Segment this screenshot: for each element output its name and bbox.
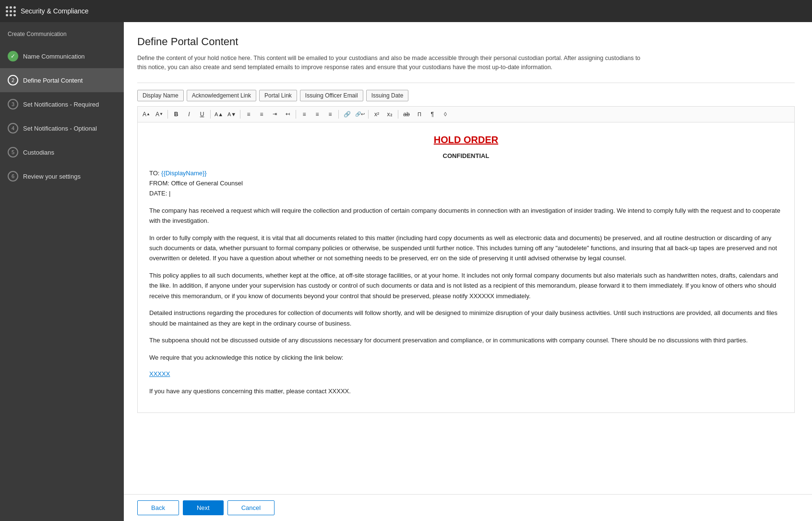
sidebar: Create Communication Name Communication … [0, 22, 124, 521]
display-name-tag: {{DisplayName}} [161, 170, 207, 177]
indent-increase-button[interactable]: ⇥ [269, 109, 280, 120]
step-icon-active: 2 [8, 75, 18, 85]
divider [137, 83, 795, 83]
main-layout: Create Communication Name Communication … [0, 22, 812, 521]
highlight-color-button[interactable]: A▼ [226, 109, 238, 120]
font-size-decrease-button[interactable]: A▼ [154, 109, 165, 120]
clear-format-button[interactable]: ◊ [440, 109, 451, 120]
sidebar-item-set-notifications-optional[interactable]: 4 Set Notifications - Optional [0, 116, 124, 140]
step-icon-4: 4 [8, 123, 18, 133]
insert-display-name-button[interactable]: Display Name [137, 90, 184, 101]
step-icon-5: 5 [8, 147, 18, 158]
sidebar-label-review-settings: Review your settings [23, 173, 81, 180]
back-button[interactable]: Back [137, 500, 179, 515]
to-line: TO: {{DisplayName}} [149, 169, 783, 179]
strikethrough-button[interactable]: ab [401, 109, 412, 120]
content-area: Define Portal Content Define the content… [124, 22, 812, 521]
sidebar-label-custodians: Custodians [23, 149, 54, 156]
date-line: DATE: | [149, 189, 783, 199]
toolbar-sep-6 [368, 110, 369, 119]
toolbar-sep-2 [210, 110, 211, 119]
page-title: Define Portal Content [137, 36, 795, 48]
subscript-button[interactable]: x₂ [384, 109, 395, 120]
insert-issuing-officer-email-button[interactable]: Issuing Officer Email [300, 90, 363, 101]
content-inner: Define Portal Content Define the content… [124, 22, 812, 494]
confidential-label: CONFIDENTIAL [149, 151, 783, 161]
editor-area[interactable]: HOLD ORDER CONFIDENTIAL TO: {{DisplayNam… [137, 122, 795, 413]
footer: Back Next Cancel [124, 494, 812, 521]
bold-button[interactable]: B [170, 109, 182, 120]
date-cursor[interactable]: | [169, 190, 170, 197]
underline-button[interactable]: U [196, 109, 208, 120]
editor-para-4: Detailed instructions regarding the proc… [149, 308, 783, 328]
font-size-increase-button[interactable]: A▲ [141, 109, 152, 120]
sidebar-label-set-notifications-required: Set Notifications - Required [23, 101, 99, 108]
step-icon-done [8, 51, 18, 61]
page-description: Define the content of your hold notice h… [137, 54, 641, 72]
remove-link-button[interactable]: 🔗↩ [354, 109, 366, 120]
step-icon-6: 6 [8, 171, 18, 182]
insert-issuing-date-button[interactable]: Issuing Date [366, 90, 409, 101]
insert-acknowledgement-link-button[interactable]: Acknowledgement Link [187, 90, 256, 101]
format-painter-button[interactable]: Π [414, 109, 425, 120]
hold-order-title: HOLD ORDER [149, 132, 783, 147]
editor-closing: If you have any questions concerning thi… [149, 386, 783, 396]
step-icon-3: 3 [8, 99, 18, 109]
insert-link-button[interactable]: 🔗 [341, 109, 353, 120]
paragraph-mark-button[interactable]: ¶ [427, 109, 438, 120]
acknowledgement-link[interactable]: XXXXX [149, 369, 783, 379]
insert-toolbar: Display Name Acknowledgement Link Portal… [137, 90, 795, 101]
numbering-button[interactable]: ≡ [256, 109, 267, 120]
grid-dots-icon[interactable] [6, 6, 16, 16]
toolbar-sep-7 [398, 110, 398, 119]
editor-meta: TO: {{DisplayName}} FROM: Office of Gene… [149, 169, 783, 198]
topbar: Security & Compliance [0, 0, 812, 22]
editor-para-2: In order to fully comply with the reques… [149, 233, 783, 264]
cancel-button[interactable]: Cancel [227, 500, 275, 515]
sidebar-item-define-portal-content[interactable]: 2 Define Portal Content [0, 68, 124, 92]
indent-decrease-button[interactable]: ↤ [282, 109, 293, 120]
italic-button[interactable]: I [183, 109, 195, 120]
align-left-button[interactable]: ≡ [299, 109, 310, 120]
sidebar-item-name-communication[interactable]: Name Communication [0, 44, 124, 68]
sidebar-label-set-notifications-optional: Set Notifications - Optional [23, 125, 97, 132]
app-title: Security & Compliance [21, 7, 89, 15]
sidebar-item-set-notifications-required[interactable]: 3 Set Notifications - Required [0, 92, 124, 116]
sidebar-label-define-portal-content: Define Portal Content [23, 77, 83, 84]
toolbar-sep-1 [167, 110, 168, 119]
superscript-button[interactable]: x² [371, 109, 382, 120]
font-color-button[interactable]: A▲ [213, 109, 225, 120]
format-toolbar: A▲ A▼ B I U A▲ A▼ ≡ ≡ ⇥ ↤ ≡ ≡ ≡ 🔗 [137, 106, 795, 122]
toolbar-sep-4 [296, 110, 296, 119]
from-line: FROM: Office of General Counsel [149, 179, 783, 189]
toolbar-sep-5 [338, 110, 339, 119]
editor-para-1: The company has received a request which… [149, 206, 783, 226]
bullets-button[interactable]: ≡ [243, 109, 254, 120]
sidebar-header: Create Communication [0, 22, 124, 44]
align-right-button[interactable]: ≡ [324, 109, 336, 120]
sidebar-item-custodians[interactable]: 5 Custodians [0, 140, 124, 164]
sidebar-item-review-settings[interactable]: 6 Review your settings [0, 164, 124, 188]
editor-para-6: We require that you acknowledge this not… [149, 352, 783, 363]
next-button[interactable]: Next [183, 500, 224, 515]
editor-para-3: This policy applies to all such document… [149, 270, 783, 301]
insert-portal-link-button[interactable]: Portal Link [259, 90, 297, 101]
align-center-button[interactable]: ≡ [311, 109, 323, 120]
sidebar-label-name-communication: Name Communication [23, 53, 85, 60]
toolbar-sep-3 [240, 110, 240, 119]
editor-para-5: The subpoena should not be discussed out… [149, 335, 783, 345]
editor-body: The company has received a request which… [149, 206, 783, 396]
